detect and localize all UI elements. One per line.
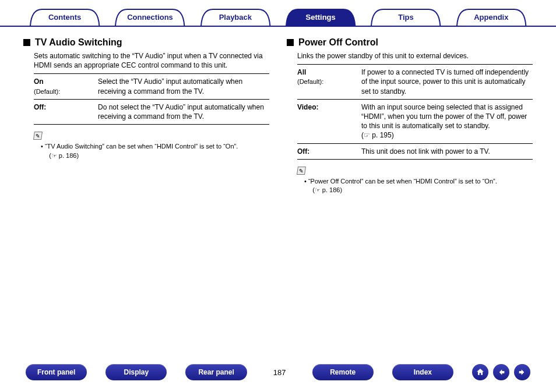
tab-tips[interactable]: Tips	[363, 8, 448, 26]
tab-playback[interactable]: Playback	[193, 8, 278, 26]
table-row: Off: Do not select the “TV Audio” input …	[34, 99, 269, 124]
intro-right: Links the power standby of this unit to …	[297, 51, 533, 61]
table-row: Off: This unit does not link with power …	[297, 143, 533, 159]
note-left: • “TV Audio Switching” can be set when “…	[41, 142, 269, 160]
tab-appendix[interactable]: Appendix	[449, 8, 534, 26]
option-name: Off:	[34, 99, 98, 124]
heading-tv-audio-switching: TV Audio Switching	[35, 37, 122, 48]
intro-left: Sets automatic switching to the “TV Audi…	[34, 51, 269, 70]
tab-contents[interactable]: Contents	[22, 8, 107, 26]
table-row: On (Default): Select the “TV Audio” inpu…	[34, 74, 269, 99]
option-desc: Select the “TV Audio” input automaticall…	[98, 74, 269, 99]
tab-settings[interactable]: Settings	[278, 8, 363, 26]
option-name: Off:	[297, 143, 361, 159]
rear-panel-button[interactable]: Rear panel	[185, 364, 247, 380]
option-desc: Do not select the “TV Audio” input autom…	[98, 99, 269, 124]
left-column: TV Audio Switching Sets automatic switch…	[23, 37, 269, 195]
prev-page-icon[interactable]	[493, 364, 509, 380]
options-table-left: On (Default): Select the “TV Audio” inpu…	[34, 73, 269, 125]
section-title-left: TV Audio Switching	[23, 37, 269, 48]
option-desc: This unit does not link with power to a …	[361, 143, 533, 159]
note-right: • “Power Off Control” can be set when “H…	[304, 177, 533, 195]
page-content: TV Audio Switching Sets automatic switch…	[0, 27, 556, 195]
page-number: 187	[266, 368, 294, 377]
option-name: Video:	[297, 99, 361, 143]
page-ref-link[interactable]: (☞ p. 186)	[312, 186, 342, 193]
options-table-right: All (Default): If power to a connected T…	[297, 64, 533, 160]
top-tabs: Contents Connections Playback Settings T…	[0, 0, 556, 27]
table-row: Video: With an input source being select…	[297, 99, 533, 143]
option-name: All (Default):	[297, 65, 361, 100]
home-icon[interactable]	[472, 364, 488, 380]
display-button[interactable]: Display	[105, 364, 167, 380]
front-panel-button[interactable]: Front panel	[26, 364, 87, 380]
pencil-note-icon: ✎	[297, 167, 306, 175]
index-button[interactable]: Index	[392, 364, 453, 380]
page-ref-link[interactable]: (☞ p. 186)	[49, 152, 79, 159]
section-title-right: Power Off Control	[287, 37, 533, 48]
option-name: On (Default):	[34, 74, 98, 99]
option-desc: If power to a connected TV is turned off…	[361, 65, 533, 100]
heading-power-off-control: Power Off Control	[298, 37, 378, 48]
bullet-square-icon	[23, 39, 30, 46]
next-page-icon[interactable]	[514, 364, 530, 380]
tab-connections[interactable]: Connections	[107, 8, 192, 26]
right-column: Power Off Control Links the power standb…	[287, 37, 533, 195]
bullet-square-icon	[287, 39, 294, 46]
remote-button[interactable]: Remote	[312, 364, 374, 380]
bottom-nav: Front panel Display Rear panel 187 Remot…	[0, 364, 556, 380]
table-row: All (Default): If power to a connected T…	[297, 65, 533, 100]
pencil-note-icon: ✎	[33, 132, 43, 140]
option-desc: With an input source being selected that…	[361, 99, 533, 143]
